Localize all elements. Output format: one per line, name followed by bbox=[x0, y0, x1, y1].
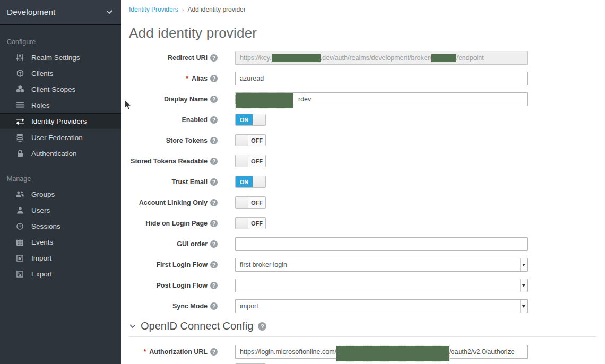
groups-icon bbox=[15, 190, 24, 198]
toggle-handle bbox=[253, 114, 265, 125]
sidebar-item-authentication[interactable]: Authentication bbox=[0, 145, 121, 161]
help-icon[interactable]: ? bbox=[210, 75, 218, 82]
help-icon[interactable]: ? bbox=[210, 220, 218, 227]
first-login-flow-select[interactable]: first broker login bbox=[235, 258, 528, 272]
sidebar-item-user-federation[interactable]: User Federation bbox=[0, 129, 121, 145]
gui-order-input[interactable] bbox=[240, 238, 523, 250]
field-label: Enabled ? bbox=[129, 113, 218, 127]
field-label: Trust Email ? bbox=[129, 175, 218, 189]
help-icon[interactable]: ? bbox=[210, 178, 218, 186]
field-label: Display Name ? bbox=[129, 92, 218, 106]
sidebar-item-client-scopes[interactable]: Client Scopes bbox=[0, 81, 121, 97]
form-row-post-login-flow: Post Login Flow ? bbox=[129, 279, 605, 292]
help-icon[interactable]: ? bbox=[210, 302, 218, 310]
sidebar-item-label: Users bbox=[31, 206, 50, 214]
lock-icon bbox=[15, 149, 24, 158]
help-icon[interactable]: ? bbox=[210, 96, 218, 103]
authorization-url-field[interactable]: https://login.microsoftonline.com//oauth… bbox=[235, 345, 528, 359]
user-icon bbox=[15, 206, 24, 214]
post-login-flow-select[interactable] bbox=[235, 279, 528, 292]
help-icon[interactable]: ? bbox=[210, 116, 218, 124]
alias-input[interactable] bbox=[240, 72, 523, 85]
sliders-icon bbox=[15, 53, 24, 62]
redirect-uri-field: https://key..dev/auth/realms/development… bbox=[235, 51, 528, 65]
enabled-toggle[interactable]: ON bbox=[235, 114, 266, 126]
calendar-icon bbox=[15, 238, 24, 246]
field-label: * Alias ? bbox=[129, 72, 218, 85]
sidebar-item-users[interactable]: Users bbox=[0, 202, 121, 218]
sync-mode-select[interactable]: import bbox=[235, 299, 528, 313]
help-icon[interactable]: ? bbox=[210, 240, 218, 248]
sidebar-item-label: Roles bbox=[31, 101, 50, 109]
field-label: * Authorization URL ? bbox=[129, 345, 218, 359]
sidebar-item-events[interactable]: Events bbox=[0, 234, 121, 250]
account-linking-only-toggle[interactable]: OFF bbox=[235, 196, 266, 209]
redaction-box bbox=[236, 93, 293, 108]
form-row-authorization-url: * Authorization URL ? https://login.micr… bbox=[129, 345, 605, 359]
form-row-enabled: Enabled ? ON bbox=[129, 113, 605, 127]
help-icon[interactable]: ? bbox=[210, 137, 218, 144]
sidebar-item-sessions[interactable]: Sessions bbox=[0, 218, 121, 234]
hide-on-login-page-toggle[interactable]: OFF bbox=[235, 217, 266, 229]
sidebar-item-roles[interactable]: Roles bbox=[0, 97, 121, 113]
redaction-box bbox=[272, 54, 321, 62]
form-row-trust-email: Trust Email ? ON bbox=[129, 175, 605, 189]
sidebar-item-label: Clients bbox=[31, 70, 53, 77]
help-icon[interactable]: ? bbox=[210, 199, 218, 206]
redaction-box bbox=[431, 54, 456, 62]
field-label: Sync Mode ? bbox=[129, 299, 218, 313]
help-icon[interactable]: ? bbox=[210, 54, 218, 62]
identity-provider-form: Redirect URI ? https://key..dev/auth/rea… bbox=[129, 51, 605, 364]
form-row-store-tokens: Store Tokens ? OFF bbox=[129, 134, 605, 148]
sidebar: Development Configure Realm Settings Cli… bbox=[0, 0, 121, 364]
help-icon[interactable]: ? bbox=[210, 348, 218, 356]
openid-connect-config-section-header[interactable]: OpenID Connect Config ? bbox=[129, 320, 605, 332]
help-icon[interactable]: ? bbox=[210, 282, 218, 289]
cube-icon bbox=[15, 69, 24, 77]
stored-tokens-readable-toggle[interactable]: OFF bbox=[235, 155, 266, 167]
select-arrow-icon bbox=[520, 300, 527, 313]
form-row-stored-tokens-readable: Stored Tokens Readable ? OFF bbox=[129, 154, 605, 168]
field-label: First Login Flow ? bbox=[129, 258, 218, 272]
toggle-handle bbox=[236, 197, 248, 208]
form-row-display-name: Display Name ? rdev bbox=[129, 92, 605, 106]
sidebar-item-clients[interactable]: Clients bbox=[0, 65, 121, 81]
form-row-redirect-uri: Redirect URI ? https://key..dev/auth/rea… bbox=[129, 51, 605, 65]
store-tokens-toggle[interactable]: OFF bbox=[235, 134, 266, 146]
breadcrumb-link-identity-providers[interactable]: Identity Providers bbox=[129, 6, 178, 13]
help-icon[interactable]: ? bbox=[210, 158, 218, 165]
realm-selector[interactable]: Development bbox=[0, 0, 121, 25]
sidebar-item-identity-providers[interactable]: Identity Providers bbox=[0, 113, 121, 129]
field-label: GUI order ? bbox=[129, 237, 218, 251]
sidebar-item-groups[interactable]: Groups bbox=[0, 186, 121, 202]
sidebar-item-label: Import bbox=[31, 254, 51, 262]
field-label: Post Login Flow ? bbox=[129, 279, 218, 292]
chevron-down-icon bbox=[129, 324, 136, 328]
toggle-handle bbox=[236, 135, 248, 146]
form-row-gui-order: GUI order ? bbox=[129, 237, 605, 251]
main-content: Identity Providers › Add identity provid… bbox=[121, 0, 605, 364]
redaction-box bbox=[336, 346, 449, 361]
trust-email-toggle[interactable]: ON bbox=[235, 176, 266, 188]
help-icon[interactable]: ? bbox=[210, 261, 218, 268]
sidebar-item-export[interactable]: Export bbox=[0, 266, 121, 282]
required-asterisk: * bbox=[186, 75, 188, 82]
sidebar-item-import[interactable]: Import bbox=[0, 250, 121, 266]
breadcrumb: Identity Providers › Add identity provid… bbox=[129, 6, 605, 13]
help-icon[interactable]: ? bbox=[258, 322, 266, 331]
required-asterisk: * bbox=[143, 348, 146, 356]
form-row-first-login-flow: First Login Flow ? first broker login bbox=[129, 258, 605, 272]
sidebar-item-label: User Federation bbox=[31, 134, 83, 142]
cubes-icon bbox=[15, 85, 24, 93]
realm-name: Development bbox=[7, 7, 55, 17]
section-divider bbox=[129, 336, 596, 337]
sidebar-item-label: Events bbox=[31, 238, 53, 246]
sidebar-item-realm-settings[interactable]: Realm Settings bbox=[0, 49, 121, 65]
form-row-hide-on-login-page: Hide on Login Page ? OFF bbox=[129, 216, 605, 230]
page-title: Add identity provider bbox=[129, 25, 605, 41]
breadcrumb-current: Add identity provider bbox=[187, 6, 245, 13]
sidebar-section-manage: Manage bbox=[0, 161, 121, 186]
toggle-handle bbox=[236, 218, 248, 229]
list-icon bbox=[15, 101, 24, 109]
field-label: Hide on Login Page ? bbox=[129, 216, 218, 230]
